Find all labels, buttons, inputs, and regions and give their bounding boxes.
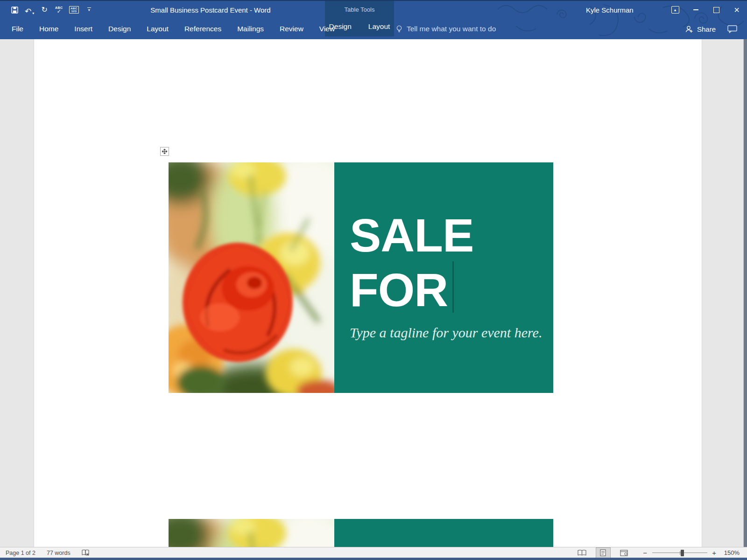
tab-view[interactable]: View — [319, 25, 335, 33]
zoom-out-button[interactable]: − — [642, 549, 648, 556]
spelling-check-icon: ABC ✓ — [55, 6, 63, 14]
headline-line1: SALE — [350, 209, 473, 261]
tell-me-box[interactable]: Tell me what you want to do — [396, 19, 496, 39]
document-page[interactable]: SALE FOR Type a tagline for your event h… — [34, 39, 702, 547]
postcard-photo-roses[interactable] — [169, 519, 334, 547]
lightbulb-icon — [396, 25, 402, 33]
restore-button[interactable] — [706, 1, 726, 19]
tab-review[interactable]: Review — [280, 25, 303, 33]
ribbon-tab-row: File Home Insert Design Layout Reference… — [0, 19, 747, 39]
postcard-text-panel[interactable]: SALE FOR Type a tagline for your event h… — [334, 162, 553, 393]
share-person-icon — [685, 25, 693, 33]
customize-qat-icon: ▾ — [87, 7, 91, 12]
document-canvas: SALE FOR Type a tagline for your event h… — [0, 39, 747, 547]
title-bar: Table Tools Design Layout ↶ ▾ — [0, 0, 747, 39]
comment-bubble-icon — [727, 25, 737, 33]
zoom-slider-handle[interactable] — [681, 550, 684, 556]
status-bar: Page 1 of 2 77 words — [0, 547, 747, 558]
undo-dropdown-icon[interactable]: ▾ — [32, 12, 34, 15]
print-layout-button[interactable] — [596, 547, 611, 558]
ribbon-display-options-icon: ▴ — [671, 6, 679, 14]
redo-icon: ↻ — [42, 6, 48, 14]
zoom-in-button[interactable]: + — [712, 549, 717, 556]
minimize-button[interactable] — [685, 1, 706, 19]
tab-file[interactable]: File — [12, 25, 23, 33]
zoom-slider[interactable] — [652, 550, 707, 556]
ribbon-display-options-button[interactable]: ▴ — [665, 1, 685, 19]
window-bottom-border — [0, 558, 747, 560]
headline-line2: FOR — [350, 264, 448, 316]
save-button[interactable] — [10, 4, 19, 15]
table-move-handle[interactable] — [160, 147, 169, 156]
save-icon — [11, 7, 18, 14]
customize-qat-button[interactable]: ▾ — [85, 4, 93, 15]
undo-button[interactable]: ↶ ▾ — [25, 4, 34, 15]
print-layout-icon — [600, 549, 606, 556]
text-cursor — [452, 261, 454, 313]
tab-insert[interactable]: Insert — [74, 25, 92, 33]
zoom-level[interactable]: 150% — [724, 549, 740, 556]
read-mode-icon — [578, 550, 586, 556]
postcard-table-copy — [169, 519, 553, 547]
postcard-photo-roses[interactable] — [169, 162, 334, 393]
web-layout-button[interactable] — [617, 548, 631, 558]
postcard-text-panel[interactable] — [334, 519, 553, 547]
word-count[interactable]: 77 words — [47, 550, 70, 556]
postcard-table: SALE FOR Type a tagline for your event h… — [169, 162, 553, 393]
tab-layout[interactable]: Layout — [147, 25, 169, 33]
redo-button[interactable]: ↻ — [40, 4, 49, 15]
read-mode-button[interactable] — [575, 548, 589, 558]
proofing-book-icon — [82, 549, 90, 556]
tab-references[interactable]: References — [184, 25, 221, 33]
feedback-button[interactable] — [727, 19, 737, 39]
close-button[interactable]: × — [726, 1, 747, 19]
spelling-grammar-button[interactable]: ABC ✓ — [55, 4, 63, 15]
move-arrows-icon — [162, 149, 167, 154]
undo-icon: ↶ — [25, 7, 31, 15]
restore-icon — [713, 7, 719, 13]
minimize-icon — [693, 9, 698, 10]
postcard-tagline[interactable]: Type a tagline for your event here. — [350, 325, 542, 341]
abc-123-button[interactable]: ABC 123 — [69, 4, 79, 15]
signed-in-user[interactable]: Kyle Schurman — [586, 1, 634, 19]
share-label: Share — [697, 25, 716, 33]
web-layout-icon — [620, 550, 628, 556]
abc-123-icon: ABC 123 — [69, 6, 79, 14]
tab-home[interactable]: Home — [39, 25, 58, 33]
document-title: Small Business Postcard Event - Word — [150, 1, 270, 19]
share-button[interactable]: Share — [685, 19, 716, 39]
postcard-headline[interactable]: SALE FOR — [350, 209, 473, 316]
word-window: Table Tools Design Layout ↶ ▾ — [0, 0, 747, 560]
proofing-errors-button[interactable] — [82, 549, 90, 556]
tell-me-label: Tell me what you want to do — [407, 25, 496, 33]
vertical-scrollbar[interactable] — [743, 39, 747, 558]
tab-design[interactable]: Design — [108, 25, 131, 33]
close-icon: × — [734, 5, 740, 14]
page-indicator[interactable]: Page 1 of 2 — [6, 550, 35, 556]
quick-access-toolbar: ↶ ▾ ↻ ABC ✓ ABC 123 — [10, 1, 93, 19]
tab-mailings[interactable]: Mailings — [237, 25, 264, 33]
